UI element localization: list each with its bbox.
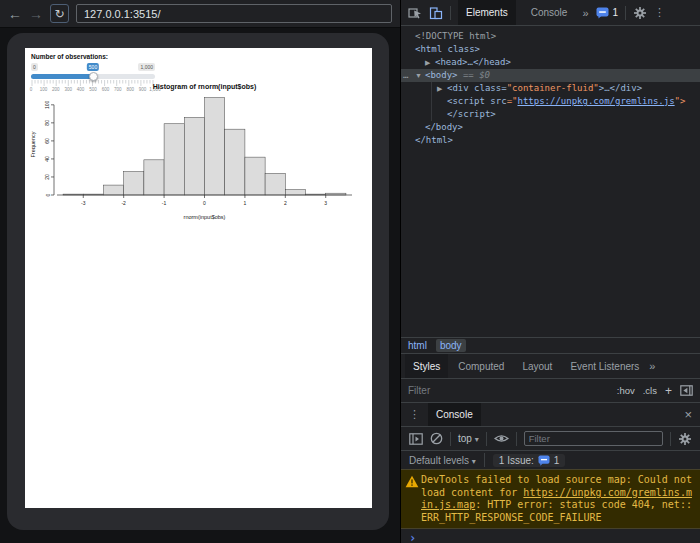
- issues-count: 1: [613, 7, 619, 18]
- url-text: 127.0.0.1:3515/: [84, 8, 160, 20]
- new-style-rule-button[interactable]: +: [665, 384, 672, 398]
- slider-track[interactable]: [31, 74, 155, 79]
- console-warning-message: DevTools failed to load source map: Coul…: [401, 470, 700, 529]
- toolbar-separator: [670, 432, 671, 446]
- browser-pane: ← → ↻ 127.0.0.1:3515/ Number of observat…: [0, 0, 400, 543]
- more-sidebar-tabs-icon[interactable]: »: [649, 360, 655, 372]
- issue-label: 1 Issue:: [499, 455, 534, 466]
- svg-text:2: 2: [284, 200, 287, 206]
- collapse-icon[interactable]: ▼: [415, 69, 425, 82]
- slider-max-label: 1,000: [138, 63, 155, 71]
- tab-event-listeners[interactable]: Event Listeners: [562, 354, 647, 378]
- console-toolbar: top ▾: [401, 426, 700, 451]
- svg-text:rnorm(input$obs): rnorm(input$obs): [184, 214, 226, 220]
- toolbar-separator: [486, 432, 487, 446]
- overflow-menu-icon[interactable]: ⋮: [654, 7, 665, 18]
- svg-text:1: 1: [244, 200, 247, 206]
- slider-value-label: 500: [87, 63, 99, 71]
- toolbar-separator: [516, 432, 517, 446]
- tab-layout[interactable]: Layout: [514, 354, 560, 378]
- device-toolbar-icon[interactable]: [429, 6, 443, 20]
- issue-count: 1: [554, 455, 560, 466]
- console-settings-gear-icon[interactable]: [678, 432, 692, 446]
- console-filter-input[interactable]: [524, 431, 663, 446]
- console-sidebar-icon[interactable]: [409, 433, 423, 445]
- chevron-down-icon: ▾: [472, 457, 476, 466]
- styles-sidebar-tabs: Styles Computed Layout Event Listeners »: [401, 353, 700, 378]
- svg-text:-3: -3: [81, 200, 86, 206]
- tree-row-html-close[interactable]: </html>: [401, 134, 700, 147]
- issues-badge[interactable]: 1: [596, 7, 619, 19]
- tree-row-head[interactable]: ▶<head>…</head>: [401, 56, 700, 69]
- tree-row-body-selected[interactable]: …▼<body> == $0: [401, 69, 700, 82]
- breadcrumb-html[interactable]: html: [408, 340, 427, 351]
- back-button[interactable]: ←: [8, 7, 22, 21]
- context-selector[interactable]: top ▾: [458, 433, 479, 444]
- tab-computed[interactable]: Computed: [450, 354, 512, 378]
- elements-tree: <!DOCTYPE html> <html class> ▶<head>…</h…: [401, 26, 700, 337]
- chevron-down-icon: ▾: [475, 435, 479, 444]
- clear-console-icon[interactable]: [430, 432, 443, 445]
- browser-toolbar: ← → ↻ 127.0.0.1:3515/: [0, 0, 400, 28]
- script-src-link[interactable]: https://unpkg.com/gremlins.js: [517, 96, 674, 106]
- browser-window: ← → ↻ 127.0.0.1:3515/ Number of observat…: [0, 0, 700, 543]
- svg-text:-2: -2: [121, 200, 126, 206]
- tree-row-html[interactable]: <html class>: [401, 43, 700, 56]
- console-levels-row: Default levels ▾ 1 Issue: 1: [401, 451, 700, 470]
- address-bar[interactable]: 127.0.0.1:3515/: [76, 4, 392, 23]
- svg-text:3: 3: [324, 200, 327, 206]
- default-levels-dropdown[interactable]: Default levels ▾: [409, 455, 476, 466]
- svg-text:20: 20: [45, 174, 51, 180]
- settings-gear-icon[interactable]: [633, 6, 647, 20]
- tree-row-body-close[interactable]: </body>: [401, 121, 700, 134]
- reload-button[interactable]: ↻: [50, 4, 69, 23]
- dom-breadcrumb: html body: [401, 337, 700, 353]
- histogram-svg: -3-2-10123020406080100Histogram of rnorm…: [27, 80, 367, 228]
- tree-row-div[interactable]: ▶<div class="container-fluid">…</div>: [401, 82, 700, 95]
- toggle-class-button[interactable]: .cls: [643, 385, 657, 396]
- svg-text:0: 0: [203, 200, 206, 206]
- breadcrumb-body[interactable]: body: [436, 339, 466, 352]
- console-prompt-icon: ›: [409, 531, 416, 543]
- forward-button[interactable]: →: [29, 7, 43, 21]
- live-expression-eye-icon[interactable]: [494, 433, 509, 444]
- tab-elements[interactable]: Elements: [458, 0, 516, 25]
- expand-icon[interactable]: ▶: [437, 82, 447, 95]
- slider-fill: [31, 74, 93, 79]
- issue-counter-chip[interactable]: 1 Issue: 1: [493, 454, 566, 467]
- svg-text:-1: -1: [162, 200, 167, 206]
- svg-text:Histogram of rnorm(input$obs): Histogram of rnorm(input$obs): [153, 83, 256, 91]
- tree-row-doctype[interactable]: <!DOCTYPE html>: [401, 30, 700, 43]
- reload-icon: ↻: [54, 7, 64, 21]
- close-drawer-icon[interactable]: ×: [684, 407, 692, 422]
- expand-icon[interactable]: ▶: [425, 56, 435, 69]
- warning-triangle-icon: [405, 475, 419, 488]
- histogram-plot: -3-2-10123020406080100Histogram of rnorm…: [27, 80, 367, 232]
- tree-row-script-close[interactable]: </script>: [401, 108, 700, 121]
- shiny-app-page: Number of observations: 0 500 1,000: [25, 48, 372, 508]
- slider-min-label: 0: [31, 63, 38, 71]
- toolbar-separator: [450, 6, 451, 20]
- svg-text:60: 60: [45, 138, 51, 144]
- tab-styles[interactable]: Styles: [405, 354, 448, 378]
- toggle-hover-state-button[interactable]: :hov: [617, 385, 635, 396]
- more-tabs-icon[interactable]: »: [582, 7, 588, 19]
- toolbar-separator: [484, 453, 485, 467]
- drawer-overflow-icon[interactable]: ⋮: [409, 409, 420, 420]
- svg-text:100: 100: [45, 100, 51, 109]
- styles-filter-row: :hov .cls +: [401, 378, 700, 402]
- toolbar-separator: [625, 6, 626, 20]
- inspect-element-icon[interactable]: [408, 6, 422, 20]
- svg-text:80: 80: [45, 120, 51, 126]
- drawer-tab-console[interactable]: Console: [428, 403, 481, 426]
- tab-console[interactable]: Console: [523, 0, 576, 25]
- styles-filter-input[interactable]: [408, 385, 609, 396]
- console-input-row[interactable]: ›: [401, 529, 700, 543]
- issues-bubble-icon: [538, 455, 550, 466]
- tree-row-script[interactable]: <script src="https://unpkg.com/gremlins.…: [401, 95, 700, 108]
- console-drawer-header: ⋮ Console ×: [401, 403, 700, 426]
- gutter-dots-icon[interactable]: …: [403, 69, 415, 82]
- toolbar-separator: [450, 432, 451, 446]
- dollar-zero-hint: == $0: [463, 70, 490, 80]
- toggle-sidebar-icon[interactable]: [680, 385, 693, 396]
